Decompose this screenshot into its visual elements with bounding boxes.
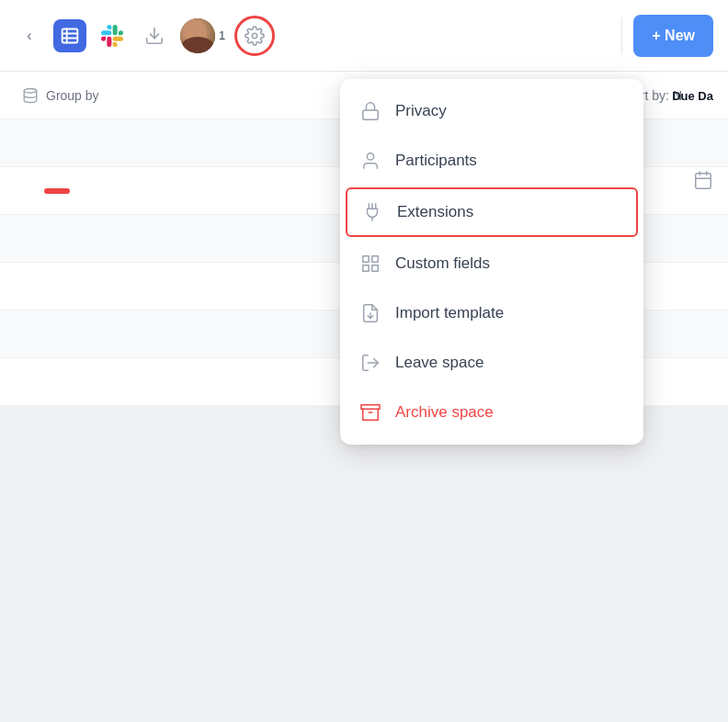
calendar-icon-area — [693, 170, 713, 195]
toolbar: ‹ — [0, 0, 728, 72]
lock-icon — [358, 99, 382, 123]
svg-rect-4 — [696, 174, 711, 189]
menu-item-import-template-label: Import template — [395, 304, 504, 322]
menu-item-extensions-label: Extensions — [397, 203, 473, 221]
svg-point-3 — [24, 88, 37, 93]
due-date-header: Due Da — [657, 72, 728, 119]
menu-item-privacy[interactable]: Privacy — [340, 86, 643, 136]
svg-rect-0 — [63, 28, 78, 42]
app-icon — [53, 19, 86, 52]
menu-item-archive-space-label: Archive space — [395, 403, 494, 422]
svg-rect-11 — [372, 256, 378, 262]
back-button[interactable]: ‹ — [15, 21, 44, 51]
svg-rect-10 — [363, 256, 369, 262]
new-button[interactable]: + New — [633, 15, 713, 57]
archive-icon — [358, 400, 382, 424]
svg-rect-13 — [372, 265, 378, 271]
svg-rect-8 — [363, 110, 379, 119]
svg-point-2 — [252, 33, 257, 39]
avatar-image — [180, 18, 215, 53]
menu-item-participants[interactable]: Participants — [340, 136, 643, 186]
menu-item-participants-label: Participants — [395, 152, 477, 170]
svg-rect-12 — [363, 265, 369, 271]
menu-item-extensions[interactable]: Extensions — [346, 187, 638, 237]
person-icon — [358, 149, 382, 173]
settings-button[interactable] — [234, 16, 275, 56]
avatar-wrapper: 1 — [180, 18, 225, 53]
red-dash — [44, 188, 70, 194]
grid-icon — [358, 252, 382, 276]
import-icon — [358, 301, 382, 325]
toolbar-left: ‹ — [15, 16, 610, 56]
menu-item-import-template[interactable]: Import template — [340, 288, 643, 338]
group-by-text: Group by — [46, 88, 99, 103]
slack-icon[interactable] — [96, 19, 129, 52]
plug-icon — [360, 200, 384, 224]
menu-item-leave-space-label: Leave space — [395, 354, 483, 372]
menu-item-privacy-label: Privacy — [395, 102, 447, 120]
dropdown-menu: Privacy Participants Extensions — [340, 79, 643, 445]
group-by-label: Group by — [22, 87, 99, 104]
menu-item-archive-space[interactable]: Archive space — [340, 388, 643, 437]
menu-item-custom-fields[interactable]: Custom fields — [340, 239, 643, 288]
download-icon[interactable] — [138, 19, 171, 52]
menu-item-leave-space[interactable]: Leave space — [340, 338, 643, 388]
svg-rect-16 — [361, 405, 380, 410]
toolbar-divider — [621, 17, 622, 54]
leave-icon — [358, 351, 382, 375]
svg-point-9 — [367, 153, 373, 160]
menu-item-custom-fields-label: Custom fields — [395, 254, 490, 273]
avatar-badge: 1 — [219, 28, 225, 42]
avatar — [180, 18, 215, 53]
